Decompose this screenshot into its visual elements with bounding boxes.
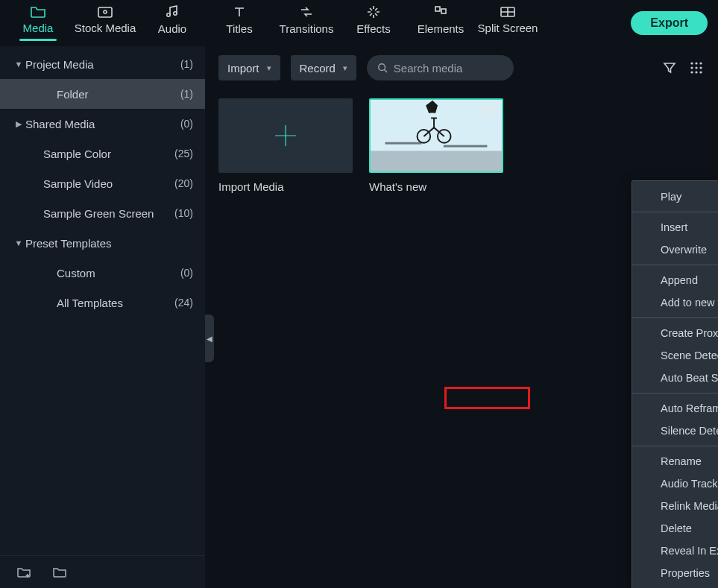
ctx-item-label: Play [661,191,718,203]
ctx-item-delete[interactable]: DeleteDel [632,517,718,540]
sidebar-item-custom[interactable]: Custom(0) [0,258,205,288]
svg-point-13 [699,66,702,69]
ctx-item-label: Audio Track [661,478,718,490]
nav-tab-split-screen[interactable]: Split Screen [474,5,541,41]
ctx-item-label: Scene Detection [661,350,718,361]
plus-icon [271,121,300,151]
sidebar-item-sample-green-screen[interactable]: Sample Green Screen(10) [0,198,205,228]
ctx-item-label: Auto Beat Sync [661,372,718,384]
svg-point-12 [695,66,697,69]
sidebar-item-project-media[interactable]: ▼Project Media(1) [0,49,205,79]
context-menu: PlayInsertShift+IOverwriteShift+OAppendA… [632,180,718,588]
elements-icon [433,4,448,19]
new-folder-plus-icon[interactable] [16,566,31,578]
svg-point-9 [695,62,697,64]
nav-label: Effects [356,22,391,35]
video-badge-icon [482,104,497,119]
sidebar: ▼Project Media(1)Folder(1)▶Shared Media(… [0,46,205,588]
sidebar-item-count: (1) [180,88,193,100]
ctx-item-reveal-in-explorer[interactable]: Reveal In ExplorerCtrl+Shift+R [632,540,718,562]
ctx-item-auto-beat-sync[interactable]: Auto Beat Sync [632,367,718,389]
sidebar-item-count: (0) [180,118,193,130]
nav-tab-elements[interactable]: Elements [407,4,474,42]
ctx-item-auto-reframe[interactable]: Auto Reframe [632,397,718,420]
svg-rect-20 [444,145,488,148]
sidebar-item-label: Custom [57,267,180,279]
nav-tab-stock-media[interactable]: Stock Media [72,5,139,41]
import-media-card[interactable]: Import Media [218,98,353,193]
sidebar-item-label: Preset Templates [25,237,193,250]
import-dropdown[interactable]: Import ▾ [218,55,280,80]
ctx-item-label: Create Proxy File [661,327,718,339]
ctx-item-append[interactable]: Append [632,269,718,291]
ctx-item-scene-detection[interactable]: Scene Detection [632,344,718,367]
svg-point-8 [690,62,693,64]
sidebar-item-preset-templates[interactable]: ▼Preset Templates [0,228,205,258]
nav-tab-media[interactable]: Media [4,5,72,41]
sidebar-item-folder[interactable]: Folder(1) [0,79,205,109]
video-card[interactable]: What's new [369,98,503,193]
effects-icon [366,4,381,19]
ctx-item-rename[interactable]: RenameF2 [632,450,718,472]
nav-label: Split Screen [478,22,538,34]
dropdown-label: Import [227,62,259,75]
sidebar-item-all-templates[interactable]: All Templates(24) [0,288,205,317]
card-caption: What's new [369,180,503,193]
ctx-item-play[interactable]: Play [632,186,718,208]
folder-icon[interactable] [52,566,67,578]
main-area: Import ▾ Record ▾ [205,46,718,588]
record-dropdown[interactable]: Record ▾ [291,55,356,80]
stock-icon [97,5,113,19]
chevron-right-icon: ▶ [12,119,25,129]
filter-icon[interactable] [661,60,678,76]
ctx-item-label: Delete [661,522,718,534]
ctx-item-relink-media[interactable]: Relink Media [632,495,718,517]
sidebar-tree: ▼Project Media(1)Folder(1)▶Shared Media(… [0,46,205,555]
svg-point-2 [167,13,170,16]
sidebar-item-sample-video[interactable]: Sample Video(20) [0,168,205,198]
nav-label: Media [23,22,54,34]
ctx-item-properties[interactable]: Properties [632,562,718,584]
titles-icon [232,4,247,19]
audio-icon [165,4,180,19]
nav-tab-transitions[interactable]: Transitions [273,4,340,42]
grid-view-icon[interactable] [688,60,705,76]
chevron-down-icon: ▼ [12,238,25,247]
chevron-down-icon: ▾ [267,63,271,73]
nav-tab-titles[interactable]: Titles [206,4,273,42]
video-thumb [369,98,503,173]
sidebar-item-count: (10) [174,207,193,219]
sidebar-collapse-handle[interactable]: ◀ [205,314,214,362]
nav-tab-effects[interactable]: Effects [340,4,407,42]
export-button[interactable]: Export [631,11,708,35]
svg-point-11 [690,66,693,69]
ctx-item-create-proxy-file[interactable]: Create Proxy File [632,322,718,344]
ctx-item-label: Properties [661,567,718,579]
sidebar-item-count: (0) [180,267,193,279]
search-field[interactable] [367,55,514,80]
nav-tab-audio[interactable]: Audio [139,4,206,42]
transitions-icon [299,4,314,19]
sidebar-item-label: Sample Green Screen [43,207,174,220]
ctx-item-add-to-new-track[interactable]: Add to new track [632,291,718,314]
svg-rect-18 [371,151,502,172]
svg-point-3 [174,12,177,15]
folder-icon [30,5,46,19]
sidebar-item-sample-color[interactable]: Sample Color(25) [0,139,205,168]
ctx-item-label: Reveal In Explorer [661,545,718,557]
ctx-item-audio-track[interactable]: Audio Track▶ [632,472,718,495]
sidebar-item-shared-media[interactable]: ▶Shared Media(0) [0,109,205,139]
ctx-item-overwrite[interactable]: OverwriteShift+O [632,238,718,261]
ctx-item-insert[interactable]: InsertShift+I [632,216,718,238]
sidebar-item-label: Sample Video [43,177,174,190]
top-nav: Media Stock Media Audio Titles Transitio… [0,0,718,46]
nav-label: Transitions [280,22,334,35]
split-icon [500,5,516,19]
svg-rect-5 [441,9,446,13]
svg-rect-0 [98,7,112,17]
nav-label: Audio [158,22,186,35]
search-input[interactable] [394,62,504,75]
sidebar-item-label: Project Media [25,58,180,71]
ctx-item-silence-detection[interactable]: Silence Detection [632,420,718,442]
svg-point-10 [699,62,702,64]
